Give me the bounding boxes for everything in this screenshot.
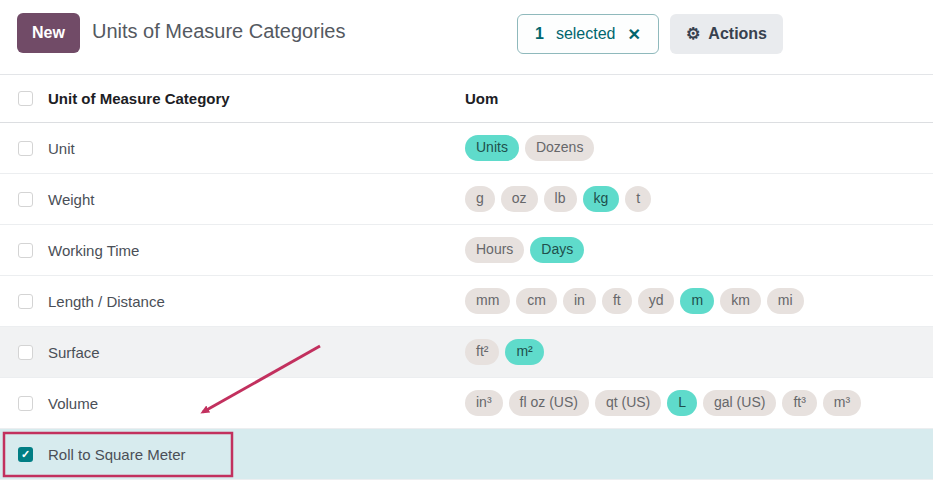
table-row[interactable]: Weight gozlbkgt xyxy=(0,174,933,225)
uom-tag: m³ xyxy=(823,390,861,416)
uom-tag: Hours xyxy=(465,237,524,263)
row-checkbox[interactable] xyxy=(18,396,33,411)
uom-tags: in³fl oz (US)qt (US)Lgal (US)ft³m³ xyxy=(465,390,933,416)
control-panel: New Units of Measure Categories 1 select… xyxy=(0,0,933,74)
uom-tag: g xyxy=(465,186,495,212)
uom-categories-table: Unit of Measure Category Uom Unit UnitsD… xyxy=(0,74,933,480)
uom-tag: yd xyxy=(638,288,675,314)
row-checkbox[interactable]: ✓ xyxy=(18,447,33,462)
category-name[interactable]: Working Time xyxy=(48,242,465,259)
uom-tag: in xyxy=(563,288,596,314)
table-row[interactable]: Working Time HoursDays xyxy=(0,225,933,276)
row-checkbox[interactable] xyxy=(18,345,33,360)
uom-tag: t xyxy=(625,186,651,212)
uom-tags: mmcminftydmkmmi xyxy=(465,288,933,314)
table-body: Unit UnitsDozens Weight gozlbkgt Working… xyxy=(0,123,933,480)
uom-tag: ft² xyxy=(465,339,499,365)
select-all-checkbox[interactable] xyxy=(18,91,33,106)
uom-tag: L xyxy=(667,390,697,416)
uom-tag: ft³ xyxy=(782,390,816,416)
category-name[interactable]: Weight xyxy=(48,191,465,208)
table-row[interactable]: Length / Distance mmcminftydmkmmi xyxy=(0,276,933,327)
category-name[interactable]: Surface xyxy=(48,344,465,361)
uom-tags: UnitsDozens xyxy=(465,135,933,161)
category-name[interactable]: Roll to Square Meter xyxy=(48,446,465,463)
uom-tag: cm xyxy=(516,288,557,314)
uom-tag: in³ xyxy=(465,390,503,416)
row-checkbox[interactable] xyxy=(18,192,33,207)
uom-tag: oz xyxy=(501,186,538,212)
new-button[interactable]: New xyxy=(17,13,80,53)
actions-button[interactable]: ⚙ Actions xyxy=(670,14,783,54)
uom-tag: m xyxy=(680,288,714,314)
gear-icon: ⚙ xyxy=(686,26,700,42)
uom-tag: gal (US) xyxy=(703,390,776,416)
uom-tag: m² xyxy=(505,339,543,365)
uom-tag: kg xyxy=(583,186,620,212)
column-header-category[interactable]: Unit of Measure Category xyxy=(48,90,465,107)
uom-tag: fl oz (US) xyxy=(509,390,589,416)
category-name[interactable]: Length / Distance xyxy=(48,293,465,310)
close-icon[interactable]: ✕ xyxy=(628,25,641,44)
uom-tags: ft²m² xyxy=(465,339,933,365)
selection-count: 1 xyxy=(535,25,544,43)
units-of-measure-categories-page: New Units of Measure Categories 1 select… xyxy=(0,0,933,490)
uom-tag: Dozens xyxy=(525,135,594,161)
uom-tag: mm xyxy=(465,288,510,314)
uom-tag: km xyxy=(720,288,761,314)
actions-label: Actions xyxy=(708,25,767,43)
uom-tag: qt (US) xyxy=(595,390,661,416)
table-row[interactable]: Unit UnitsDozens xyxy=(0,123,933,174)
row-checkbox[interactable] xyxy=(18,294,33,309)
column-header-uom: Uom xyxy=(465,90,933,107)
selection-label: selected xyxy=(556,25,616,43)
uom-tag: mi xyxy=(767,288,804,314)
uom-tags: gozlbkgt xyxy=(465,186,933,212)
row-checkbox[interactable] xyxy=(18,141,33,156)
table-row[interactable]: ✓ Roll to Square Meter xyxy=(0,429,933,480)
uom-tags: HoursDays xyxy=(465,237,933,263)
uom-tag: Units xyxy=(465,135,519,161)
table-row[interactable]: Volume in³fl oz (US)qt (US)Lgal (US)ft³m… xyxy=(0,378,933,429)
table-header-row: Unit of Measure Category Uom xyxy=(0,75,933,123)
uom-tag: Days xyxy=(530,237,584,263)
row-checkbox[interactable] xyxy=(18,243,33,258)
category-name[interactable]: Volume xyxy=(48,395,465,412)
uom-tag: ft xyxy=(602,288,632,314)
table-row[interactable]: Surface ft²m² xyxy=(0,327,933,378)
uom-tag: lb xyxy=(544,186,577,212)
category-name[interactable]: Unit xyxy=(48,140,465,157)
selection-badge: 1 selected ✕ xyxy=(517,14,659,54)
page-title: Units of Measure Categories xyxy=(92,20,345,43)
checkmark-icon: ✓ xyxy=(21,449,30,460)
